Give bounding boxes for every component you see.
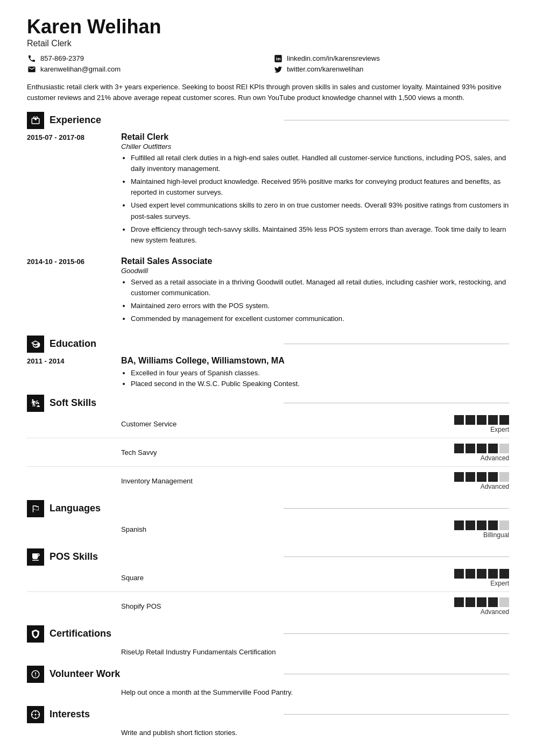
job-company-0: Chiller Outfitters [121,142,509,151]
volunteer-text: Help out once a month at the Summerville… [27,686,509,701]
skill-block [454,520,464,530]
skill-rating: Expert [445,569,509,587]
experience-header: Experience [27,112,509,129]
skill-rating: Advanced [445,444,509,462]
job-title-0: Retail Clerk [121,132,509,142]
skill-row: Inventory ManagementAdvanced [27,472,509,495]
interests-divider [284,714,509,715]
experience-icon [27,112,44,129]
soft-skills-icon [27,395,44,412]
bullet: Drove efficiency through tech-savvy skil… [131,224,509,246]
education-section: Education 2011 - 2014 BA, Williams Colle… [27,336,509,389]
bullet: Used expert level communications skills … [131,200,509,222]
bullet: Commended by management for excellent cu… [131,313,509,324]
linkedin-text: linkedin.com/in/karensreviews [287,54,380,62]
pos-skills-header: POS Skills [27,548,509,566]
skill-block [477,597,486,607]
certifications-header: Certifications [27,625,509,643]
skill-block [477,520,486,530]
interests-title: Interests [50,709,275,720]
skill-block [488,569,498,579]
svg-point-2 [35,714,37,715]
edu-bullets-0: Excelled in four years of Spanish classe… [121,368,509,389]
skill-block [499,597,509,607]
interests-header: Interests [27,706,509,723]
skill-block [466,415,475,425]
skill-block [454,472,464,482]
email-icon [27,65,37,74]
skill-block [466,444,475,453]
skill-block [499,472,509,482]
phone-icon [27,54,37,63]
skill-block [477,415,486,425]
phone-text: 857-869-2379 [40,54,84,62]
languages-title: Languages [50,503,275,514]
candidate-name: Karen Welihan [27,16,509,38]
skill-block [488,415,498,425]
skill-rating: Expert [445,415,509,433]
email-item: karenwelihan@gmail.com [27,65,263,74]
interests-text: Write and publish short fiction stories. [27,726,509,741]
twitter-icon [273,65,283,74]
skill-block [466,520,475,530]
soft-skills-divider [284,403,509,403]
job-bullets-1: Served as a retail associate in a thrivi… [121,277,509,325]
skill-block [454,597,464,607]
skill-level: Advanced [481,454,509,462]
languages-header: Languages [27,500,509,517]
education-divider [284,344,509,344]
interests-icon [27,706,44,723]
interests-section: Interests Write and publish short fictio… [27,706,509,741]
skill-block [499,415,509,425]
skill-block [454,444,464,453]
volunteer-icon [27,666,44,683]
linkedin-item: linkedin.com/in/karensreviews [273,54,509,63]
education-title: Education [50,338,275,350]
job-content-0: Retail Clerk Chiller Outfitters Fulfille… [121,132,509,248]
soft-skills-header: Soft Skills [27,395,509,412]
phone-item: 857-869-2379 [27,54,263,63]
volunteer-divider [284,674,509,674]
skill-level: Expert [490,580,509,587]
certifications-title: Certifications [50,628,275,639]
education-header: Education [27,336,509,353]
skill-block [499,444,509,453]
skill-row: SquareExpert [27,569,509,592]
skill-block [488,472,498,482]
education-icon [27,336,44,353]
languages-divider [284,508,509,509]
skill-block [499,569,509,579]
skill-name: Shopify POS [121,602,434,610]
certifications-section: Certifications RiseUp Retail Industry Fu… [27,625,509,660]
skill-name: Tech Savvy [121,448,434,457]
skill-rating: Advanced [445,597,509,616]
contact-grid: 857-869-2379 linkedin.com/in/karensrevie… [27,54,509,74]
edu-content-0: BA, Williams College, Williamstown, MA E… [121,356,509,389]
bullet: Excelled in four years of Spanish classe… [131,368,509,379]
edu-date-0: 2011 - 2014 [27,356,110,389]
pos-skills-divider [284,557,509,557]
experience-title: Experience [50,115,275,126]
skill-block [477,472,486,482]
skill-level: Billingual [483,531,509,539]
languages-list: SpanishBillingual [27,520,509,543]
skill-block [466,597,475,607]
bullet: Maintained high-level product knowledge.… [131,176,509,198]
volunteer-header: Volunteer Work [27,666,509,683]
certifications-icon [27,625,44,643]
volunteer-section: Volunteer Work Help out once a month at … [27,666,509,701]
skill-name: Inventory Management [121,477,434,485]
skill-block [488,597,498,607]
skill-row: Shopify POSAdvanced [27,597,509,620]
skill-block [466,569,475,579]
pos-skills-list: SquareExpertShopify POSAdvanced [27,569,509,620]
bullet: Fulfilled all retail clerk duties in a h… [131,153,509,174]
job-entry-1: 2014-10 - 2015-06 Retail Sales Associate… [27,256,509,327]
skill-block [466,472,475,482]
certifications-text: RiseUp Retail Industry Fundamentals Cert… [27,646,509,660]
skill-rating: Billingual [445,520,509,539]
edu-degree-0: BA, Williams College, Williamstown, MA [121,356,509,366]
skill-block [488,444,498,453]
languages-section: Languages SpanishBillingual [27,500,509,543]
skill-level: Advanced [481,608,509,616]
